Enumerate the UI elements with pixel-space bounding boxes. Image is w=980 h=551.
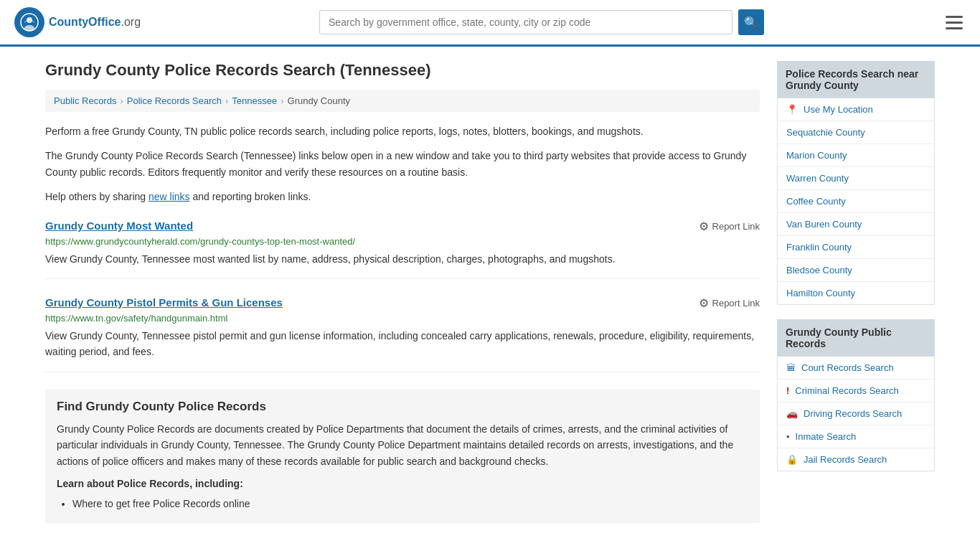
report-link-2[interactable]: ⚙ Report Link xyxy=(699,296,760,310)
breadcrumb-tennessee[interactable]: Tennessee xyxy=(232,95,277,106)
court-records-label: Court Records Search xyxy=(801,362,894,373)
intro-3-after: and reporting broken links. xyxy=(190,191,311,202)
new-links-link[interactable]: new links xyxy=(149,191,190,202)
menu-icon-bar xyxy=(946,22,963,24)
sidebar-nearby-header: Police Records Search near Grundy County xyxy=(777,61,935,98)
sidebar-item-franklin[interactable]: Franklin County xyxy=(778,236,934,259)
search-area: 🔍 xyxy=(319,9,764,35)
location-icon: 📍 xyxy=(786,104,798,115)
criminal-icon: ! xyxy=(786,385,789,396)
sidebar-item-jail-records[interactable]: 🔒 Jail Records Search xyxy=(778,448,934,471)
driving-records-label: Driving Records Search xyxy=(804,408,902,419)
inmate-icon: ▪ xyxy=(786,431,790,442)
report-label-1: Report Link xyxy=(712,221,760,232)
link-title-1[interactable]: Grundy County Most Wanted xyxy=(45,220,193,232)
sidebar-public-records-list: 🏛 Court Records Search ! Criminal Record… xyxy=(777,357,935,471)
sidebar-item-driving-records[interactable]: 🚗 Driving Records Search xyxy=(778,402,934,425)
sidebar-item-marion[interactable]: Marion County xyxy=(778,144,934,167)
intro-3-before: Help others by sharing xyxy=(45,191,149,202)
find-section: Find Grundy County Police Records Grundy… xyxy=(45,390,760,523)
report-icon-1: ⚙ xyxy=(699,220,709,233)
menu-button[interactable] xyxy=(943,13,966,32)
sidebar-item-bledsoe[interactable]: Bledsoe County xyxy=(778,259,934,282)
sidebar-item-court-records[interactable]: 🏛 Court Records Search xyxy=(778,357,934,380)
svg-point-2 xyxy=(24,25,34,31)
breadcrumb-sep: › xyxy=(281,95,283,106)
link-url-1: https://www.grundycountyherald.com/grund… xyxy=(45,236,760,247)
report-icon-2: ⚙ xyxy=(699,296,709,310)
criminal-records-label: Criminal Records Search xyxy=(795,385,899,396)
breadcrumb-current: Grundy County xyxy=(288,95,350,106)
sidebar-use-location-item[interactable]: 📍 Use My Location xyxy=(778,98,934,121)
link-card-1: Grundy County Most Wanted ⚙ Report Link … xyxy=(45,220,760,279)
jail-icon: 🔒 xyxy=(786,454,798,465)
breadcrumb-public-records[interactable]: Public Records xyxy=(54,95,116,106)
search-input[interactable] xyxy=(319,10,732,34)
page-title: Grundy County Police Records Search (Ten… xyxy=(45,61,760,80)
breadcrumb-police-records[interactable]: Police Records Search xyxy=(127,95,222,106)
menu-icon-bar xyxy=(946,27,963,29)
sidebar-public-records-header: Grundy County Public Records xyxy=(777,319,935,357)
sidebar-item-van-buren[interactable]: Van Buren County xyxy=(778,213,934,236)
bullet-item-1: Where to get free Police Records online xyxy=(72,495,748,513)
sidebar-item-hamilton[interactable]: Hamilton County xyxy=(778,282,934,304)
sidebar-item-sequatchie[interactable]: Sequatchie County xyxy=(778,121,934,144)
use-location-label: Use My Location xyxy=(804,104,873,115)
breadcrumb: Public Records › Police Records Search ›… xyxy=(45,90,760,112)
menu-icon-bar xyxy=(946,16,963,18)
link-url-2: https://www.tn.gov/safety/handgunmain.ht… xyxy=(45,313,760,324)
inmate-search-label: Inmate Search xyxy=(796,431,857,442)
intro-paragraph-1: Perform a free Grundy County, TN public … xyxy=(45,123,760,139)
bullet-list: Where to get free Police Records online xyxy=(57,495,748,513)
intro-paragraph-3: Help others by sharing new links and rep… xyxy=(45,189,760,204)
sidebar-nearby-section: Police Records Search near Grundy County… xyxy=(777,61,935,305)
learn-heading: Learn about Police Records, including: xyxy=(57,478,748,489)
driving-icon: 🚗 xyxy=(786,408,798,419)
link-cards: Grundy County Most Wanted ⚙ Report Link … xyxy=(45,220,760,372)
jail-records-label: Jail Records Search xyxy=(804,454,887,465)
logo-area[interactable]: CountyOffice.org xyxy=(14,7,141,37)
logo-text: CountyOffice.org xyxy=(49,16,141,29)
link-desc-2: View Grundy County, Tennessee pistol per… xyxy=(45,328,760,360)
find-heading: Find Grundy County Police Records xyxy=(57,400,748,414)
search-button[interactable]: 🔍 xyxy=(738,9,764,35)
sidebar-nearby-list: 📍 Use My Location Sequatchie County Mari… xyxy=(777,98,935,305)
report-link-1[interactable]: ⚙ Report Link xyxy=(699,220,760,233)
logo-icon xyxy=(14,7,44,37)
link-desc-1: View Grundy County, Tennessee most wante… xyxy=(45,251,760,267)
link-card-2: Grundy County Pistol Permits & Gun Licen… xyxy=(45,296,760,372)
content-area: Grundy County Police Records Search (Ten… xyxy=(45,61,760,534)
breadcrumb-sep: › xyxy=(120,95,123,106)
find-desc: Grundy County Police Records are documen… xyxy=(57,421,748,469)
intro-paragraph-2: The Grundy County Police Records Search … xyxy=(45,148,760,180)
search-icon: 🔍 xyxy=(744,16,758,29)
sidebar-item-inmate-search[interactable]: ▪ Inmate Search xyxy=(778,425,934,448)
link-title-2[interactable]: Grundy County Pistol Permits & Gun Licen… xyxy=(45,296,283,309)
sidebar-public-records-section: Grundy County Public Records 🏛 Court Rec… xyxy=(777,319,935,471)
sidebar: Police Records Search near Grundy County… xyxy=(777,61,935,534)
breadcrumb-sep: › xyxy=(225,95,228,106)
sidebar-item-coffee[interactable]: Coffee County xyxy=(778,190,934,213)
sidebar-item-criminal-records[interactable]: ! Criminal Records Search xyxy=(778,380,934,402)
report-label-2: Report Link xyxy=(712,298,760,309)
court-icon: 🏛 xyxy=(786,362,796,373)
sidebar-item-warren[interactable]: Warren County xyxy=(778,167,934,190)
